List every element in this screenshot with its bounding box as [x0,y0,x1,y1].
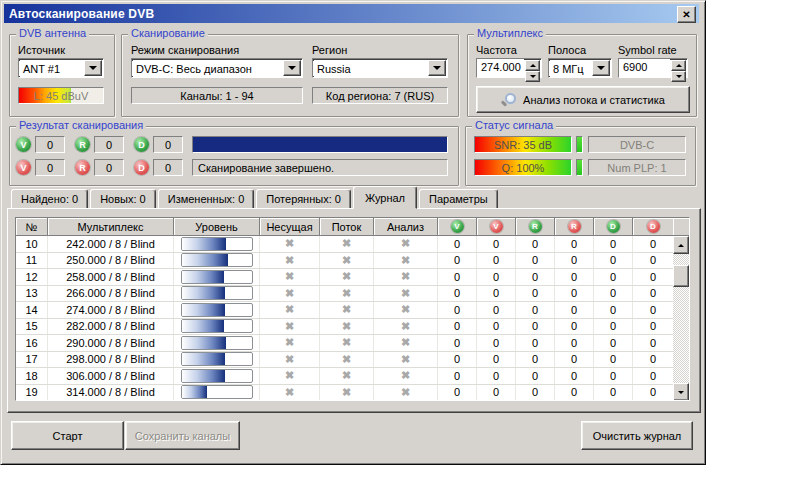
scrollbar-track[interactable] [673,287,689,383]
table-row[interactable]: 11250.000 / 8 / Blind✖✖✖000000 [16,253,673,270]
col-header-d-ok[interactable]: D [594,218,633,236]
region-combo[interactable]: Russia [312,58,448,78]
cell-count: 0 [477,302,516,318]
symbol-rate-value[interactable]: 6900 [619,59,670,77]
table-row[interactable]: 17298.000 / 8 / Blind✖✖✖000000 [16,352,673,369]
frequency-up-button[interactable] [525,60,540,71]
cell-count: 0 [477,319,516,335]
cell-num: 14 [16,302,48,318]
cell-level [174,253,260,269]
cell-carrier: ✖ [260,352,320,368]
region-combo-dropdown[interactable] [428,60,446,76]
level-bar [181,319,253,333]
col-header-stream[interactable]: Поток [320,218,374,236]
tab-found[interactable]: Найдено: 0 [11,189,88,209]
cell-num: 10 [16,236,48,252]
start-button[interactable]: Старт [11,421,124,450]
col-header-d-fail[interactable]: D [633,218,673,236]
symbol-rate-down-button[interactable] [671,71,686,82]
tab-lost[interactable]: Потерянных: 0 [256,189,351,209]
scan-mode-combo-dropdown[interactable] [283,60,301,76]
vertical-scrollbar[interactable] [673,236,689,401]
tab-journal[interactable]: Журнал [353,186,417,209]
clear-journal-button-label: Очистить журнал [593,430,682,442]
col-header-r-ok[interactable]: R [516,218,555,236]
screen: Автосканирование DVB ✕ DVB антенна Источ… [0,0,800,500]
table-row[interactable]: 10242.000 / 8 / Blind✖✖✖000000 [16,236,673,253]
level-bar [181,237,253,251]
group-scanning-caption: Сканирование [128,27,208,39]
x-mark-icon: ✖ [342,387,351,398]
title-bar[interactable]: Автосканирование DVB ✕ [4,4,699,23]
table-body: 10242.000 / 8 / Blind✖✖✖00000011250.000 … [16,236,673,401]
col-header-level[interactable]: Уровень [174,218,260,236]
region-combo-value: Russia [313,61,427,76]
symbol-rate-up-button[interactable] [671,60,686,71]
source-combo-dropdown[interactable] [84,60,102,76]
v-green-icon: V [451,220,464,233]
cell-level [174,319,260,335]
cell-count: 0 [438,236,477,252]
cell-stream: ✖ [320,368,374,384]
bandwidth-combo-dropdown[interactable] [592,60,610,76]
clear-journal-button[interactable]: Очистить журнал [581,421,693,450]
cell-count: 0 [594,253,633,269]
cell-multiplex: 250.000 / 8 / Blind [48,253,174,269]
cell-num: 11 [16,253,48,269]
cell-count: 0 [594,319,633,335]
col-header-r-fail[interactable]: R [555,218,594,236]
bandwidth-combo[interactable]: 8 МГц [548,58,612,78]
cell-count: 0 [555,253,594,269]
col-header-v-ok[interactable]: V [438,218,477,236]
cell-analysis: ✖ [374,302,438,318]
cell-count: 0 [555,385,594,401]
col-header-carrier[interactable]: Несущая [260,218,320,236]
source-combo[interactable]: ANT #1 [18,58,104,78]
frequency-value[interactable]: 274.000 [477,59,524,77]
table-row[interactable]: 13266.000 / 8 / Blind✖✖✖000000 [16,286,673,303]
video-fail-icon: V [16,160,31,175]
cell-count: 0 [633,286,673,302]
table-row[interactable]: 12258.000 / 8 / Blind✖✖✖000000 [16,269,673,286]
r-green-icon: R [529,220,542,233]
frequency-spinner[interactable]: 274.000 [476,58,542,78]
col-header-multiplex[interactable]: Мультиплекс [48,218,174,236]
scroll-up-button[interactable] [673,236,689,254]
scan-mode-combo-value: DVB-C: Весь диапазон [132,61,282,76]
scroll-down-button[interactable] [673,383,689,401]
x-mark-icon: ✖ [285,337,294,348]
col-header-v-fail[interactable]: V [477,218,516,236]
x-mark-icon: ✖ [285,288,294,299]
scrollbar-thumb[interactable] [673,265,689,287]
table-row[interactable]: 15282.000 / 8 / Blind✖✖✖000000 [16,319,673,336]
tab-parameters[interactable]: Параметры [419,189,498,209]
cell-analysis: ✖ [374,286,438,302]
close-icon: ✕ [682,10,690,20]
analyze-stream-button[interactable]: Анализ потока и статистика [476,86,690,113]
close-button[interactable]: ✕ [677,6,696,23]
table-row[interactable]: 14274.000 / 8 / Blind✖✖✖000000 [16,302,673,319]
level-bar-fill [182,337,226,349]
frequency-down-button[interactable] [525,71,540,82]
save-channels-button[interactable]: Сохранить каналы [125,421,240,450]
radio-ok-icon: R [75,137,90,152]
table-row[interactable]: 19314.000 / 8 / Blind✖✖✖000000 [16,385,673,402]
chevron-down-icon [597,66,605,74]
cell-analysis: ✖ [374,385,438,401]
scan-mode-combo[interactable]: DVB-C: Весь диапазон [131,58,303,78]
standard-text: DVB-C [620,139,654,151]
cell-count: 0 [594,286,633,302]
table-row[interactable]: 16290.000 / 8 / Blind✖✖✖000000 [16,335,673,352]
cell-count: 0 [633,319,673,335]
cell-multiplex: 306.000 / 8 / Blind [48,368,174,384]
col-header-num[interactable]: № [16,218,48,236]
d-green-icon: D [607,220,620,233]
table-row[interactable]: 18306.000 / 8 / Blind✖✖✖000000 [16,368,673,385]
cell-carrier: ✖ [260,302,320,318]
symbol-rate-spinner[interactable]: 6900 [618,58,688,78]
tab-new[interactable]: Новых: 0 [90,189,156,209]
standard-field: DVB-C [588,136,686,153]
col-header-analysis[interactable]: Анализ [374,218,438,236]
tab-changed[interactable]: Измененных: 0 [158,189,255,209]
level-bar-fill [182,238,227,250]
